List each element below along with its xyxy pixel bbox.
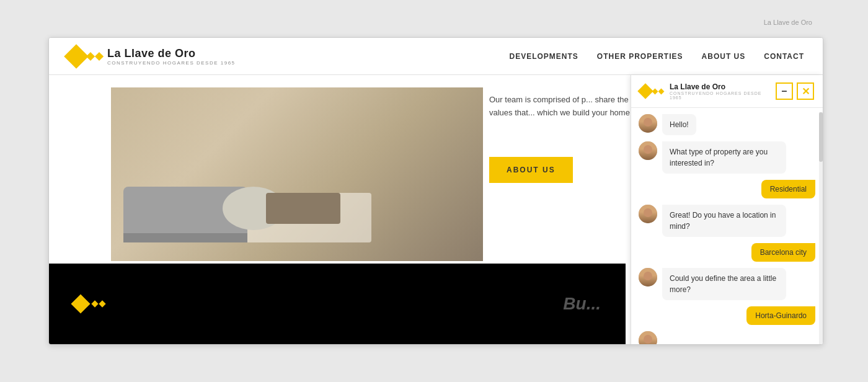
bot-avatar-5 (639, 331, 657, 345)
bot-avatar-4 (639, 268, 657, 286)
main-content: Our team is comprised of p... share the … (49, 75, 823, 344)
browser-address: La Llave de Oro (764, 19, 812, 26)
footer-strip: Bu... (49, 264, 626, 344)
avatar-face-5 (639, 331, 657, 345)
chat-minimize-button[interactable]: – (776, 82, 793, 100)
footer-text: Bu... (563, 294, 601, 314)
chat-message-horta: Horta-Guinardo (639, 306, 815, 325)
logo-diamond-icon (64, 44, 89, 69)
chat-message-hello: Hello! (639, 114, 815, 135)
footer-logo (74, 297, 105, 311)
footer-diamond-icon (71, 294, 90, 313)
bot-avatar-1 (639, 114, 657, 133)
scroll-indicator[interactable] (819, 112, 823, 345)
footer-dot-2 (99, 300, 105, 307)
chat-logo-title: La Llave de Oro (670, 82, 771, 91)
browser-window: La Llave de Oro CONSTRUYENDO HOGARES DES… (48, 37, 823, 345)
user-bubble-residential: Residential (761, 180, 815, 198)
chat-message-more (639, 331, 815, 345)
logo-title: La Llave de Oro (107, 47, 236, 60)
chat-header: La Llave de Oro CONSTRUYENDO HOGARES DES… (631, 75, 823, 108)
room-image (111, 87, 483, 261)
logo-area: La Llave de Oro CONSTRUYENDO HOGARES DES… (68, 47, 236, 66)
nav-about-us[interactable]: ABOUT US (702, 52, 746, 61)
chat-message-location: Great! Do you have a location in mind? (639, 205, 815, 237)
bot-bubble-location: Great! Do you have a location in mind? (662, 205, 786, 237)
scroll-thumb (819, 112, 823, 162)
logo-dot-2 (95, 51, 104, 60)
nav-developments[interactable]: DEVELOPMENTS (510, 52, 578, 61)
chat-logo-subtitle: CONSTRUYENDO HOGARES DESDE 1965 (670, 91, 771, 100)
avatar-face-2 (639, 141, 657, 160)
chat-controls: – ✕ (776, 82, 814, 100)
footer-dot-1 (91, 300, 98, 307)
chat-close-button[interactable]: ✕ (797, 82, 814, 100)
bot-bubble-area: Could you define the area a little more? (662, 268, 786, 300)
chat-panel: La Llave de Oro CONSTRUYENDO HOGARES DES… (631, 75, 823, 345)
bot-bubble-property-type: What type of property are you interested… (662, 141, 786, 174)
avatar-face-3 (639, 205, 657, 223)
logo-subtitle: CONSTRUYENDO HOGARES DESDE 1965 (107, 60, 236, 66)
avatar-face-4 (639, 268, 657, 286)
logo-dot-1 (86, 51, 95, 60)
room-image-section (111, 87, 483, 261)
nav-links: DEVELOPMENTS OTHER PROPERTIES ABOUT US C… (510, 52, 805, 61)
user-bubble-barcelona: Barcelona city (751, 243, 815, 262)
chat-logo-area: La Llave de Oro CONSTRUYENDO HOGARES DES… (640, 82, 771, 100)
nav-other-properties[interactable]: OTHER PROPERTIES (597, 52, 683, 61)
logo-dots (87, 53, 102, 60)
logo-text: La Llave de Oro CONSTRUYENDO HOGARES DES… (107, 47, 236, 66)
user-bubble-horta: Horta-Guinardo (746, 306, 815, 325)
bot-bubble-hello: Hello! (662, 114, 696, 135)
avatar-face-1 (639, 114, 657, 133)
chat-dot-2 (658, 88, 665, 94)
navigation-bar: La Llave de Oro CONSTRUYENDO HOGARES DES… (49, 38, 823, 75)
about-us-button[interactable]: ABOUT US (489, 157, 573, 183)
coffee-table-decoration (266, 193, 340, 224)
chat-dot-1 (652, 88, 658, 94)
chat-message-residential: Residential (639, 180, 815, 198)
chat-diamond-icon (637, 83, 653, 99)
chat-message-area: Could you define the area a little more? (639, 268, 815, 300)
chat-message-property-type: What type of property are you interested… (639, 141, 815, 174)
nav-contact[interactable]: CONTACT (764, 52, 804, 61)
chat-message-barcelona: Barcelona city (639, 243, 815, 262)
bot-avatar-3 (639, 205, 657, 223)
chat-messages-container[interactable]: Hello! What type of property are you int… (631, 108, 823, 345)
bot-avatar-2 (639, 141, 657, 160)
